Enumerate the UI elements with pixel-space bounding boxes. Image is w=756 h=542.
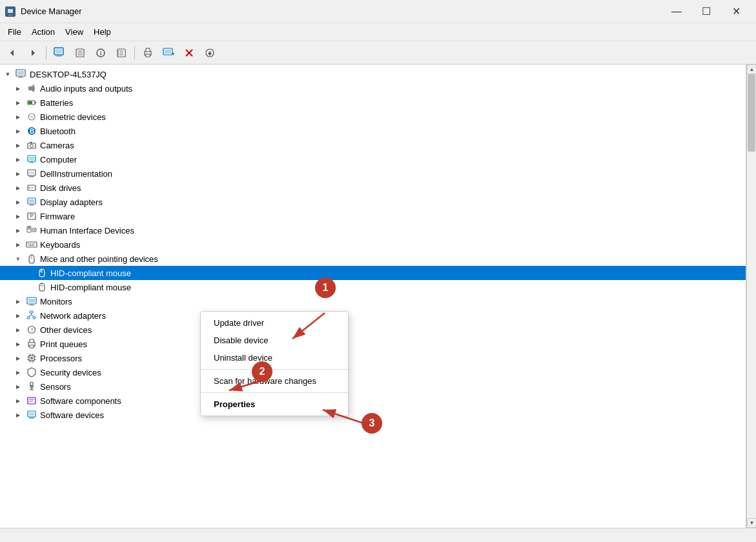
svg-point-72: [34, 230, 35, 231]
expand-computer[interactable]: ▶: [13, 154, 23, 165]
tree-item-sensors[interactable]: ▶ Sensors: [0, 379, 746, 394]
expand-sensors[interactable]: ▶: [13, 381, 23, 392]
scrollbar[interactable]: ▲ ▼: [746, 65, 756, 528]
svg-rect-100: [30, 345, 34, 348]
tree-item-bluetooth[interactable]: ▶ B Bluetooth: [0, 124, 746, 138]
softwarecomp-icon: [25, 394, 38, 407]
expand-hid[interactable]: ▶: [13, 225, 23, 236]
hid-label: Human Interface Devices: [40, 226, 134, 236]
expand-firmware[interactable]: ▶: [13, 211, 23, 221]
forward-button[interactable]: [23, 44, 43, 62]
menu-view[interactable]: View: [60, 26, 88, 38]
ctx-uninstall-device[interactable]: Uninstall device: [201, 349, 348, 366]
expand-root[interactable]: ▼: [3, 69, 13, 79]
scroll-thumb[interactable]: [748, 74, 755, 152]
properties-button[interactable]: i: [91, 44, 110, 62]
expand-mice[interactable]: ▼: [13, 254, 23, 264]
tree-item-processors[interactable]: ▶ Processors: [0, 351, 746, 365]
update-button[interactable]: [200, 44, 220, 62]
maximize-button[interactable]: ☐: [691, 0, 721, 23]
minimize-button[interactable]: —: [662, 0, 691, 23]
menu-action[interactable]: Action: [26, 26, 60, 38]
print-icon: [25, 337, 38, 350]
computer-tree-icon: [25, 153, 38, 166]
expand-bluetooth[interactable]: ▶: [13, 126, 23, 136]
tree-item-hid-mouse2[interactable]: HID-compliant mouse: [0, 280, 746, 294]
tree-item-network[interactable]: ▶ Network adapters: [0, 308, 746, 323]
expand-keyboards[interactable]: ▶: [13, 239, 23, 250]
tree-item-display[interactable]: ▶ Display adapters: [0, 195, 746, 209]
expand-dell[interactable]: ▶: [13, 168, 23, 179]
expand-softwarecomp[interactable]: ▶: [13, 396, 23, 406]
svg-rect-90: [30, 311, 33, 313]
tree-item-computer[interactable]: ▶ Computer: [0, 152, 746, 166]
ctx-properties[interactable]: Properties: [201, 396, 348, 413]
computer-icon: [15, 68, 28, 81]
expand-biometric[interactable]: ▶: [13, 112, 23, 122]
remove-button[interactable]: [179, 44, 199, 62]
tree-item-dell[interactable]: ▶ DellInstrumentation: [0, 166, 746, 181]
expand-other[interactable]: ▶: [13, 325, 23, 335]
scroll-down[interactable]: ▼: [747, 518, 756, 528]
softwarecomp-label: Software components: [40, 396, 121, 406]
hid-icon: [25, 224, 38, 237]
expand-softwaredev[interactable]: ▶: [13, 410, 23, 420]
expand-network[interactable]: ▶: [13, 310, 23, 321]
expand-monitors[interactable]: ▶: [13, 296, 23, 306]
monitors-label: Monitors: [40, 297, 72, 306]
tree-item-hid[interactable]: ▶ Human Interface Devices: [0, 223, 746, 237]
tree-item-audio[interactable]: ▶ Audio inputs and outputs: [0, 81, 746, 95]
tree-item-mice[interactable]: ▼ Mice and other pointing devices: [0, 252, 746, 266]
back-button[interactable]: [3, 44, 22, 62]
audio-label: Audio inputs and outputs: [40, 84, 132, 94]
tree-item-batteries[interactable]: ▶ Batteries: [0, 95, 746, 110]
window-controls[interactable]: — ☐ ✕: [662, 0, 751, 23]
svg-marker-5: [32, 50, 35, 56]
dell-label: DellInstrumentation: [40, 169, 112, 179]
svg-marker-39: [31, 85, 34, 92]
tree-item-softwarecomp[interactable]: ▶ Software components: [0, 394, 746, 408]
scan-button[interactable]: [159, 44, 178, 62]
tree-view[interactable]: ▼ DESKTOP-4L537JQ ▶ Audio: [0, 65, 746, 528]
expand-security[interactable]: ▶: [13, 367, 23, 377]
scroll-up[interactable]: ▲: [747, 65, 756, 74]
tree-item-biometric[interactable]: ▶ Biometric devices: [0, 110, 746, 124]
list-devices-button[interactable]: [70, 44, 90, 62]
svg-rect-78: [34, 243, 35, 245]
ctx-update-driver[interactable]: Update driver: [201, 314, 348, 332]
tree-item-firmware[interactable]: ▶ Firmware: [0, 209, 746, 223]
security-label: Security devices: [40, 368, 101, 377]
expand-processors[interactable]: ▶: [13, 353, 23, 363]
ctx-disable-device[interactable]: Disable device: [201, 332, 348, 349]
show-all-button[interactable]: [50, 44, 69, 62]
svg-rect-102: [30, 357, 33, 359]
expand-display[interactable]: ▶: [13, 197, 23, 207]
expand-audio[interactable]: ▶: [13, 83, 23, 94]
hid-mouse2-label: HID-compliant mouse: [50, 283, 131, 292]
ctx-scan-changes[interactable]: Scan for hardware changes: [201, 372, 348, 390]
tree-item-disk[interactable]: ▶ Disk drives: [0, 181, 746, 195]
tree-item-security[interactable]: ▶ Security devices: [0, 365, 746, 379]
tree-item-monitors[interactable]: ▶ Monitors: [0, 294, 746, 308]
menu-help[interactable]: Help: [88, 26, 116, 38]
display-icon: [25, 196, 38, 208]
scroll-track[interactable]: [747, 74, 756, 518]
camera-icon: [25, 139, 38, 152]
tree-item-hid-mouse1[interactable]: HID-compliant mouse: [0, 266, 746, 280]
tree-item-softwaredev[interactable]: ▶ Software devices: [0, 408, 746, 422]
tree-item-other[interactable]: ▶ ? Other devices: [0, 323, 746, 337]
expand-disk[interactable]: ▶: [13, 183, 23, 193]
tree-item-cameras[interactable]: ▶ Cameras: [0, 138, 746, 152]
tree-root[interactable]: ▼ DESKTOP-4L537JQ: [0, 67, 746, 81]
ctx-separator-1: [201, 369, 348, 370]
tree-item-keyboards[interactable]: ▶ Keyboards: [0, 237, 746, 252]
svg-marker-32: [208, 51, 212, 54]
close-button[interactable]: ✕: [721, 0, 751, 23]
tree-item-print[interactable]: ▶ Print queues: [0, 337, 746, 351]
list2-button[interactable]: [112, 44, 131, 62]
expand-batteries[interactable]: ▶: [13, 97, 23, 108]
menu-file[interactable]: File: [3, 26, 26, 38]
expand-cameras[interactable]: ▶: [13, 140, 23, 150]
print-button[interactable]: [138, 44, 158, 62]
expand-print[interactable]: ▶: [13, 339, 23, 349]
